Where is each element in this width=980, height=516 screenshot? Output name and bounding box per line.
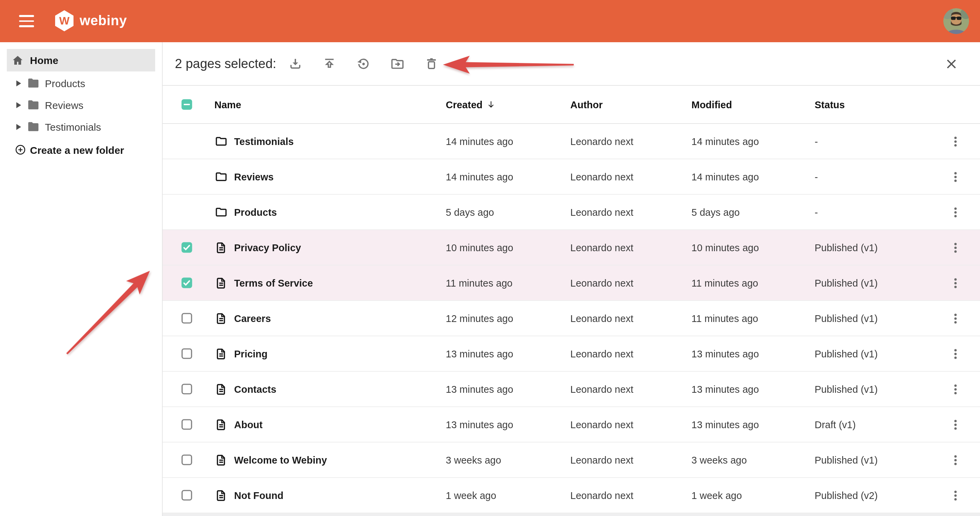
folder-icon (27, 76, 40, 90)
column-header-author[interactable]: Author (570, 99, 692, 110)
column-header-created[interactable]: Created (446, 99, 570, 110)
row-menu-button[interactable] (947, 133, 963, 150)
delete-selected-button[interactable] (423, 56, 440, 72)
row-status: - (815, 136, 930, 147)
row-status: - (815, 207, 930, 218)
row-menu-button[interactable] (947, 416, 963, 433)
row-author: Leonardo next (570, 419, 692, 430)
folder-icon (215, 170, 228, 183)
row-checkbox[interactable] (181, 312, 192, 324)
row-author: Leonardo next (570, 207, 692, 218)
row-name[interactable]: Testimonials (234, 136, 294, 147)
row-created: 13 minutes ago (446, 384, 570, 395)
table-bottom-edge (163, 513, 980, 516)
page-icon (215, 489, 228, 502)
row-status: Published (v1) (815, 277, 930, 288)
row-name[interactable]: Welcome to Webiny (234, 454, 327, 465)
table-row[interactable]: Pricing 13 minutes ago Leonardo next 13 … (163, 336, 980, 372)
page-icon (215, 311, 228, 325)
column-header-name[interactable]: Name (208, 99, 446, 110)
select-all-checkbox[interactable] (181, 99, 192, 110)
row-menu-button[interactable] (947, 239, 963, 256)
row-created: 14 minutes ago (446, 136, 570, 147)
close-selection-button[interactable] (943, 56, 959, 72)
selection-actions (287, 56, 440, 72)
row-menu-button[interactable] (947, 169, 963, 185)
row-name[interactable]: Reviews (234, 171, 274, 182)
sidebar-item-home[interactable]: Home (7, 49, 155, 72)
column-header-status[interactable]: Status (815, 99, 930, 110)
row-status: Published (v1) (815, 242, 930, 253)
move-selected-button[interactable] (389, 56, 406, 72)
page-icon (215, 453, 228, 467)
row-name[interactable]: Contacts (234, 384, 276, 395)
caret-right-icon[interactable] (16, 80, 21, 86)
row-modified: 14 minutes ago (692, 171, 815, 182)
caret-right-icon[interactable] (16, 102, 21, 108)
row-modified: 13 minutes ago (692, 384, 815, 395)
row-author: Leonardo next (570, 136, 692, 147)
row-menu-button[interactable] (947, 204, 963, 220)
brand-wordmark: webiny (80, 13, 127, 29)
row-modified: 11 minutes ago (692, 277, 815, 288)
row-checkbox[interactable] (181, 348, 192, 360)
row-name[interactable]: About (234, 419, 263, 430)
table-row[interactable]: Terms of Service 11 minutes ago Leonardo… (163, 266, 980, 301)
folder-sidebar: Home ProductsReviewsTestimonials Create … (0, 42, 163, 516)
table-row[interactable]: Contacts 13 minutes ago Leonardo next 13… (163, 372, 980, 407)
sidebar-folder-testimonials[interactable]: Testimonials (0, 116, 162, 137)
folder-icon (215, 205, 228, 219)
column-header-modified[interactable]: Modified (692, 99, 815, 110)
row-name[interactable]: Privacy Policy (234, 242, 301, 253)
row-menu-button[interactable] (947, 310, 963, 326)
sidebar-folder-label: Products (45, 77, 85, 89)
page-icon (215, 382, 228, 396)
row-menu-button[interactable] (947, 346, 963, 362)
row-name[interactable]: Pricing (234, 348, 267, 359)
caret-right-icon[interactable] (16, 124, 21, 130)
sidebar-folder-products[interactable]: Products (0, 72, 162, 94)
row-checkbox[interactable] (181, 277, 192, 289)
menu-icon[interactable] (19, 15, 34, 27)
row-name[interactable]: Terms of Service (234, 277, 313, 288)
table-row[interactable]: Privacy Policy 10 minutes ago Leonardo n… (163, 230, 980, 266)
table-row[interactable]: Welcome to Webiny 3 weeks ago Leonardo n… (163, 443, 980, 478)
table-row[interactable]: Reviews 14 minutes ago Leonardo next 14 … (163, 159, 980, 195)
webiny-logo[interactable]: W webiny (55, 10, 127, 31)
create-folder-button[interactable]: Create a new folder (15, 139, 124, 161)
row-author: Leonardo next (570, 490, 692, 501)
sidebar-folder-reviews[interactable]: Reviews (0, 94, 162, 116)
move-folder-icon (390, 56, 405, 71)
row-name[interactable]: Not Found (234, 490, 283, 501)
row-menu-button[interactable] (947, 381, 963, 397)
restore-selected-button[interactable] (355, 56, 372, 72)
table-row[interactable]: About 13 minutes ago Leonardo next 13 mi… (163, 407, 980, 443)
page-icon (215, 240, 228, 254)
page-list-area: 2 pages selected: Name Created Author Mo… (163, 42, 980, 516)
row-created: 11 minutes ago (446, 277, 570, 288)
row-created: 13 minutes ago (446, 348, 570, 359)
table-row[interactable]: Not Found 1 week ago Leonardo next 1 wee… (163, 478, 980, 513)
row-modified: 13 minutes ago (692, 348, 815, 359)
row-checkbox[interactable] (181, 419, 192, 430)
webiny-hexagon-logo: W (55, 10, 73, 31)
row-author: Leonardo next (570, 348, 692, 359)
row-status: Published (v1) (815, 384, 930, 395)
sidebar-home-label: Home (30, 54, 58, 66)
row-modified: 10 minutes ago (692, 242, 815, 253)
row-menu-button[interactable] (947, 487, 963, 503)
table-row[interactable]: Careers 12 minutes ago Leonardo next 11 … (163, 301, 980, 336)
row-name[interactable]: Careers (234, 313, 271, 324)
table-row[interactable]: Products 5 days ago Leonardo next 5 days… (163, 195, 980, 230)
row-checkbox[interactable] (181, 489, 192, 501)
download-selected-button[interactable] (287, 56, 304, 72)
row-name[interactable]: Products (234, 207, 277, 218)
export-selected-button[interactable] (321, 56, 337, 72)
row-checkbox[interactable] (181, 242, 192, 253)
row-menu-button[interactable] (947, 275, 963, 291)
table-row[interactable]: Testimonials 14 minutes ago Leonardo nex… (163, 124, 980, 159)
user-avatar[interactable] (943, 8, 969, 34)
row-menu-button[interactable] (947, 452, 963, 468)
row-checkbox[interactable] (181, 454, 192, 466)
row-checkbox[interactable] (181, 383, 192, 395)
